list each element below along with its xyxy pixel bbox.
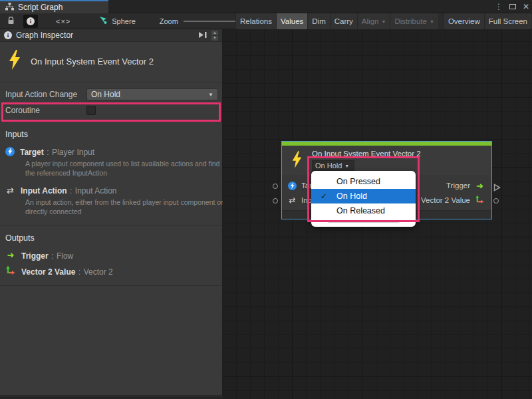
tab-script-graph[interactable]: Script Graph (0, 0, 108, 13)
chevron-down-icon: ▼ (430, 19, 434, 24)
input-port-target: Target : Player Input A player input com… (5, 146, 217, 178)
flow-arrow-icon: ➜ (5, 250, 16, 260)
selected-node-title-block: On Input System Event Vector 2 (0, 42, 222, 82)
vector2-icon (475, 194, 485, 206)
graph-asset[interactable]: Sphere (99, 15, 135, 27)
output-port-trigger-socket[interactable] (493, 182, 501, 194)
outputs-section-title: Outputs (5, 233, 217, 243)
output-port-vector2-socket[interactable] (493, 198, 499, 203)
input-port-input-action-socket[interactable] (273, 198, 278, 203)
input-port-input-action: ⇄ Input Action : Input Action An input a… (5, 184, 217, 216)
chevron-down-icon: ▼ (381, 19, 386, 24)
port-type: Player Input (52, 148, 94, 157)
info-icon: i (27, 17, 35, 25)
port-type: Flow (57, 251, 73, 261)
port-name: Vector 2 Value (21, 267, 75, 277)
code-icon: <×> (56, 17, 70, 25)
graph-asset-icon (99, 15, 108, 27)
lock-icon (7, 15, 15, 27)
info-icon: i (4, 31, 12, 39)
graph-inspector-panel: i Graph Inspector ▲ ▼ On Input System Ev… (0, 29, 223, 397)
port-description: An input action, either from the linked … (25, 198, 225, 216)
input-port-target-socket[interactable] (273, 184, 278, 189)
flow-arrow-icon: ➜ (475, 181, 485, 191)
inputs-section: Inputs Target : Player Input A player in… (0, 122, 222, 225)
graph-inspector-toggle-button[interactable]: i (23, 15, 38, 28)
input-action-change-label: Input Action Change (5, 90, 86, 99)
lightning-icon (291, 151, 303, 171)
graph-inspector-title: Graph Inspector (16, 31, 194, 40)
node-title: On Input System Event Vector 2 (312, 150, 421, 158)
menu-item-on-pressed[interactable]: On Pressed (311, 174, 416, 189)
distribute-button[interactable]: Distribute▼ (390, 13, 438, 29)
toolbar-gap (438, 13, 444, 29)
inputs-section-title: Inputs (5, 130, 217, 139)
outputs-section: Outputs ➜ Trigger : Flow Vector 2 Value … (0, 225, 222, 286)
graph-asset-name: Sphere (112, 17, 135, 25)
dock-panel-icon[interactable] (198, 29, 207, 41)
coroutine-row: Coroutine (0, 102, 222, 118)
node-output-label: Trigger (446, 182, 470, 190)
toolbar-right-group: Relations Values Dim Carry Align▼ Distri… (235, 13, 531, 29)
dim-button[interactable]: Dim (307, 13, 329, 29)
input-action-change-row: Input Action Change On Hold ▼ (0, 86, 222, 102)
spinner-down-icon[interactable]: ▼ (211, 36, 218, 41)
menu-scroll-hint (328, 220, 400, 223)
graph-toolbar: i <×> Sphere Zoom 1x Relations Values Di… (0, 13, 532, 29)
port-name: Trigger (21, 251, 49, 261)
align-button[interactable]: Align▼ (357, 13, 390, 29)
port-type: Input Action (75, 186, 117, 196)
vector2-icon (5, 265, 16, 277)
port-type: Vector 2 (84, 267, 113, 277)
more-icon[interactable]: ⋮ (495, 2, 503, 11)
carry-button[interactable]: Carry (330, 13, 357, 29)
node-output-label: Vector 2 Value (421, 196, 470, 204)
chevron-down-icon: ▼ (208, 92, 213, 98)
node-event-type-dropdown[interactable]: On Hold ▼ (312, 160, 354, 171)
graph-canvas[interactable]: On Input System Event Vector 2 On Hold ▼… (223, 29, 532, 399)
close-icon[interactable]: ✕ (523, 2, 529, 11)
graph-inspector-header: i Graph Inspector ▲ ▼ (0, 29, 222, 42)
spinner-up-icon[interactable]: ▲ (211, 31, 218, 35)
player-input-icon (5, 147, 15, 156)
coroutine-label: Coroutine (5, 106, 86, 115)
overview-button[interactable]: Overview (444, 13, 484, 29)
menu-item-on-released[interactable]: On Released (311, 203, 416, 218)
maximize-icon[interactable] (509, 4, 516, 9)
zoom-label: Zoom (160, 17, 178, 25)
output-port-trigger: ➜ Trigger : Flow (5, 249, 217, 261)
script-graph-icon (5, 1, 14, 13)
panel-spinner[interactable]: ▲ ▼ (211, 31, 218, 41)
lock-button[interactable] (4, 15, 18, 28)
relations-button[interactable]: Relations (235, 13, 276, 29)
checkmark-icon: ✓ (311, 192, 336, 201)
port-name: Target (20, 148, 44, 157)
event-type-menu: On Pressed ✓ On Hold On Released (311, 171, 416, 227)
code-view-button[interactable]: <×> (38, 15, 74, 28)
input-action-icon: ⇄ (288, 196, 297, 205)
coroutine-checkbox[interactable] (86, 106, 96, 115)
full-screen-button[interactable]: Full Screen (484, 13, 531, 29)
tab-label: Script Graph (18, 3, 63, 12)
port-name: Input Action (21, 186, 67, 196)
selected-node-title: On Input System Event Vector 2 (31, 57, 154, 66)
lightning-icon (8, 50, 21, 72)
values-button[interactable]: Values (276, 13, 307, 29)
node-event-type-value: On Hold (315, 162, 342, 170)
menu-item-on-hold[interactable]: ✓ On Hold (311, 189, 416, 203)
chevron-down-icon: ▼ (344, 164, 349, 168)
window-tab-bar: Script Graph ⋮ ✕ (0, 0, 532, 13)
input-action-change-dropdown[interactable]: On Hold ▼ (86, 88, 218, 100)
output-port-vector2: Vector 2 Value : Vector 2 (5, 265, 217, 277)
node-properties: Input Action Change On Hold ▼ Coroutine (0, 82, 222, 122)
port-description: A player input component used to list av… (25, 160, 225, 178)
input-action-change-value: On Hold (91, 90, 208, 99)
input-action-icon: ⇄ (5, 186, 15, 196)
player-input-icon (288, 182, 297, 190)
